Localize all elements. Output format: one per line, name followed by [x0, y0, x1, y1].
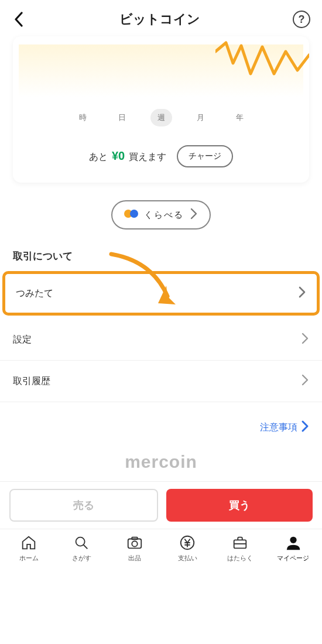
row-history[interactable]: 取引履歴	[0, 361, 322, 402]
settings-list: つみたて 設定 取引履歴	[0, 271, 322, 402]
balance-text: あと ¥0 買えます	[89, 149, 166, 163]
chevron-right-icon	[301, 332, 309, 347]
briefcase-icon	[231, 534, 249, 551]
period-hour[interactable]: 時	[72, 109, 94, 126]
nav-label: ホーム	[19, 554, 39, 563]
chevron-right-icon	[190, 207, 198, 222]
person-icon	[285, 534, 302, 551]
chevron-right-icon	[301, 374, 309, 389]
header: ビットコイン ?	[0, 0, 322, 36]
nav-label: 支払い	[178, 554, 197, 563]
buy-button[interactable]: 買う	[166, 489, 313, 522]
nav-mypage[interactable]: マイページ	[270, 534, 317, 563]
section-heading: 取引について	[13, 249, 309, 263]
compare-dots-icon	[124, 210, 138, 220]
period-day[interactable]: 日	[111, 109, 133, 126]
period-selector: 時 日 週 月 年	[19, 109, 303, 126]
row-settings[interactable]: 設定	[0, 319, 322, 361]
row-label: つみたて	[16, 287, 53, 300]
camera-icon	[126, 534, 143, 551]
period-year[interactable]: 年	[229, 109, 251, 126]
nav-work[interactable]: はたらく	[217, 534, 263, 563]
chevron-right-icon	[298, 286, 306, 301]
nav-search[interactable]: さがす	[58, 534, 105, 563]
nav-listing[interactable]: 出品	[111, 534, 158, 563]
svg-point-9	[290, 537, 296, 543]
notes-label: 注意事項	[260, 422, 297, 434]
svg-line-2	[84, 545, 88, 549]
chevron-right-icon	[301, 420, 309, 436]
nav-label: さがす	[72, 554, 91, 563]
sell-button[interactable]: 売る	[9, 489, 158, 522]
search-icon	[73, 534, 90, 551]
chevron-left-icon	[13, 12, 25, 27]
help-icon: ?	[299, 13, 305, 26]
svg-point-4	[132, 541, 137, 546]
notes-link[interactable]: 注意事項	[0, 402, 322, 441]
nav-label: 出品	[128, 554, 141, 563]
nav-label: はたらく	[227, 554, 253, 563]
bottom-nav: ホーム さがす 出品 支払い はたらく マイページ	[0, 529, 322, 573]
nav-pay[interactable]: 支払い	[164, 534, 211, 563]
brand-logo: mercoin	[0, 452, 322, 472]
period-month[interactable]: 月	[190, 109, 211, 126]
balance-row: あと ¥0 買えます チャージ	[19, 145, 303, 167]
nav-label: マイページ	[277, 554, 309, 563]
svg-point-1	[76, 537, 85, 546]
yen-icon	[179, 534, 196, 551]
period-week[interactable]: 週	[150, 109, 172, 126]
price-line-icon	[215, 40, 309, 87]
trade-bar: 売る 買う	[0, 481, 322, 529]
compare-button[interactable]: くらべる	[111, 200, 211, 229]
nav-home[interactable]: ホーム	[5, 534, 52, 563]
balance-suffix: 買えます	[129, 152, 166, 162]
chart-card: 時 日 週 月 年 あと ¥0 買えます チャージ	[13, 36, 309, 183]
page-title: ビットコイン	[119, 11, 200, 28]
balance-amount: ¥0	[112, 149, 125, 162]
charge-button[interactable]: チャージ	[177, 145, 233, 167]
compare-label: くらべる	[144, 210, 184, 221]
row-tsumitate[interactable]: つみたて	[2, 271, 320, 316]
row-label: 取引履歴	[13, 375, 50, 388]
chart-area	[19, 44, 303, 97]
back-button[interactable]	[12, 12, 27, 27]
help-button[interactable]: ?	[293, 11, 310, 28]
row-label: 設定	[13, 334, 32, 346]
balance-prefix: あと	[89, 152, 108, 162]
home-icon	[20, 534, 37, 551]
